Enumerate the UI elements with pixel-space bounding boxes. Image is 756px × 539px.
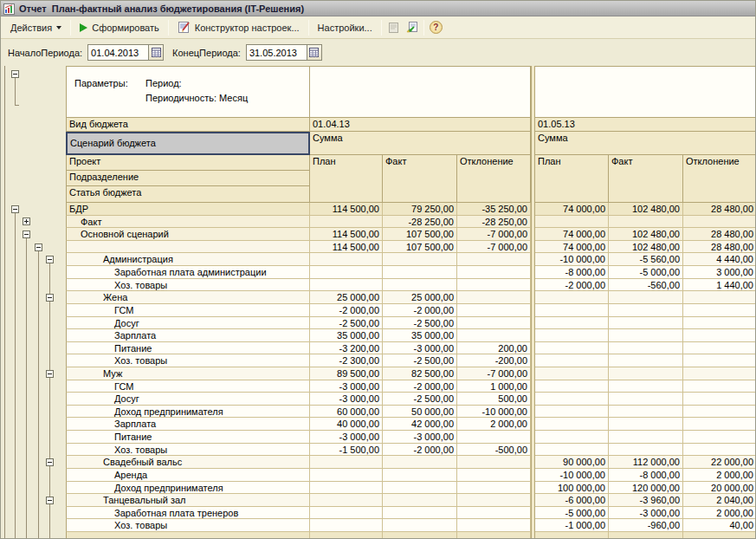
value-cell[interactable]: 107 500,00 [383, 241, 457, 254]
tree-collapse-box[interactable] [46, 294, 54, 302]
row-label-cell[interactable]: Жена [66, 291, 310, 304]
value-cell[interactable] [683, 329, 756, 342]
value-cell[interactable] [383, 279, 457, 292]
value-cell[interactable] [310, 532, 383, 539]
tree-collapse-box[interactable] [46, 256, 54, 263]
value-cell[interactable] [457, 532, 531, 539]
value-cell[interactable] [383, 519, 457, 532]
period-end-calendar-button[interactable] [307, 44, 322, 61]
value-cell[interactable] [383, 494, 457, 507]
column-header[interactable]: Факт [383, 155, 457, 203]
value-cell[interactable]: -10 000,00 [535, 253, 609, 266]
value-cell[interactable]: 2 000,00 [683, 469, 756, 482]
value-cell[interactable] [457, 431, 531, 444]
value-cell[interactable] [683, 304, 756, 317]
value-cell[interactable] [609, 444, 683, 457]
value-cell[interactable] [683, 291, 756, 304]
value-cell[interactable]: -2 500,00 [383, 317, 457, 330]
value-cell[interactable]: -10 000,00 [535, 469, 609, 482]
value-cell[interactable] [457, 266, 531, 279]
header-project[interactable]: Проект [66, 155, 310, 171]
row-label-cell[interactable]: Аренда [66, 469, 310, 482]
row-label-cell[interactable]: Доход предпринимателя [66, 482, 310, 495]
tree-collapse-box[interactable] [46, 458, 54, 466]
value-cell[interactable] [535, 444, 609, 457]
value-cell[interactable]: 500,00 [457, 393, 531, 406]
value-cell[interactable] [383, 266, 457, 279]
value-cell[interactable]: 200,00 [457, 342, 531, 355]
value-cell[interactable]: -8 000,00 [535, 266, 609, 279]
value-cell[interactable] [310, 266, 383, 279]
value-cell[interactable]: 22 000,00 [683, 456, 756, 469]
value-cell[interactable] [310, 456, 383, 469]
period-end-input[interactable] [246, 44, 307, 61]
period-start-calendar-button[interactable] [148, 44, 164, 61]
header-group-collapse-box[interactable] [11, 70, 19, 78]
value-cell[interactable] [310, 494, 383, 507]
value-cell[interactable] [383, 507, 457, 520]
header-budget-scenario-selected[interactable]: Сценарий бюджета [66, 132, 310, 155]
value-cell[interactable]: 74 000,00 [535, 203, 609, 216]
tree-collapse-box[interactable] [35, 244, 42, 251]
settings-button[interactable]: Настройки... [312, 19, 378, 36]
value-cell[interactable]: 35 000,00 [310, 329, 383, 342]
row-label-cell[interactable]: Муж [66, 367, 310, 380]
value-cell[interactable]: -6 000,00 [535, 494, 609, 507]
value-cell[interactable] [535, 367, 609, 380]
value-cell[interactable]: -3 000,00 [383, 431, 457, 444]
value-cell[interactable]: 102 480,00 [609, 228, 683, 241]
period-start-input[interactable] [87, 44, 148, 61]
value-cell[interactable]: 25 000,00 [383, 291, 457, 304]
tree-collapse-box[interactable] [46, 497, 54, 504]
value-cell[interactable] [310, 279, 383, 292]
value-cell[interactable]: -560,00 [609, 279, 683, 292]
value-cell[interactable]: -7 000,00 [457, 241, 531, 254]
value-cell[interactable]: -3 000,00 [310, 393, 383, 406]
row-label-cell[interactable]: Досуг [66, 393, 310, 406]
column-header[interactable]: План [535, 155, 609, 203]
value-cell[interactable] [683, 406, 756, 419]
value-cell[interactable] [609, 304, 683, 317]
value-cell[interactable]: 28 480,00 [683, 228, 756, 241]
value-cell[interactable]: 120 000,00 [609, 482, 683, 495]
value-cell[interactable]: 4 440,00 [683, 253, 756, 266]
value-cell[interactable] [457, 279, 531, 292]
value-cell[interactable] [535, 431, 609, 444]
value-cell[interactable]: -35 250,00 [457, 203, 531, 216]
value-cell[interactable] [609, 317, 683, 330]
row-label-cell[interactable]: Питание [66, 342, 310, 355]
load-settings-button[interactable] [403, 17, 421, 37]
value-cell[interactable]: 2 040,00 [683, 494, 756, 507]
value-cell[interactable] [457, 329, 531, 342]
value-cell[interactable]: 2 000,00 [457, 418, 531, 431]
row-label-cell[interactable]: Администрация [66, 253, 310, 266]
value-cell[interactable] [683, 380, 756, 393]
value-cell[interactable]: 114 500,00 [310, 228, 383, 241]
value-cell[interactable]: 100 000,00 [535, 482, 609, 495]
value-cell[interactable] [609, 418, 683, 431]
value-cell[interactable]: 20 000,00 [683, 482, 756, 495]
tree-collapse-box[interactable] [11, 205, 19, 213]
value-cell[interactable]: -3 000,00 [310, 380, 383, 393]
value-cell[interactable]: 1 440,00 [683, 279, 756, 292]
value-cell[interactable]: -7 000,00 [457, 228, 531, 241]
value-cell[interactable] [683, 393, 756, 406]
value-cell[interactable]: 28 480,00 [683, 203, 756, 216]
value-cell[interactable] [457, 317, 531, 330]
value-cell[interactable]: 79 250,00 [383, 203, 457, 216]
value-cell[interactable] [683, 342, 756, 355]
value-cell[interactable]: -3 960,00 [609, 494, 683, 507]
value-cell[interactable]: -28 250,00 [457, 216, 531, 229]
row-label-cell[interactable]: Факт [66, 216, 310, 229]
value-cell[interactable] [310, 482, 383, 495]
value-cell[interactable] [535, 393, 609, 406]
value-cell[interactable] [457, 507, 531, 520]
value-cell[interactable]: -5 560,00 [609, 253, 683, 266]
value-cell[interactable] [383, 456, 457, 469]
header-budget-kind[interactable]: Вид бюджета [66, 118, 310, 132]
row-label-cell[interactable]: Хоз. товары [66, 519, 310, 532]
value-cell[interactable]: -28 250,00 [383, 216, 457, 229]
value-cell[interactable]: -3 200,00 [310, 342, 383, 355]
row-label-cell[interactable]: Основной сценарий [66, 228, 310, 241]
value-cell[interactable] [383, 532, 457, 539]
